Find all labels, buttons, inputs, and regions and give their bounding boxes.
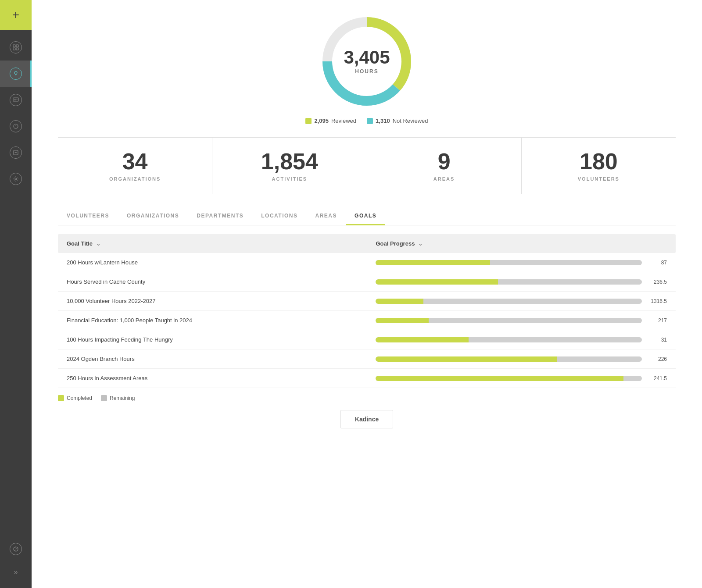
sidebar-item-messages[interactable]	[0, 87, 32, 113]
table-row: 100 Hours Impacting Feeding The Hungry31	[58, 330, 676, 349]
goal-title-cell: 2024 Ogden Branch Hours	[58, 349, 367, 368]
progress-bar-fill	[376, 318, 429, 323]
table-header: Goal Title ⌄ Goal Progress ⌄	[58, 234, 676, 253]
plus-icon: +	[12, 9, 19, 21]
progress-bar-background	[376, 356, 642, 362]
add-button[interactable]: +	[0, 0, 32, 30]
stat-item-areas: 9AREAS	[367, 138, 522, 194]
table-row: 10,000 Volunteer Hours 2022-20271316.5	[58, 292, 676, 311]
table-row: 250 Hours in Assessment Areas241.5	[58, 369, 676, 388]
svg-rect-2	[13, 48, 15, 50]
sidebar-expand-button[interactable]: »	[10, 563, 22, 581]
stat-item-activities: 1,854ACTIVITIES	[212, 138, 367, 194]
goal-progress-cell: 87	[367, 253, 676, 272]
sidebar-item-settings[interactable]	[0, 166, 32, 192]
svg-point-8	[15, 550, 16, 550]
sidebar-nav	[0, 30, 32, 538]
reviewed-dot	[305, 118, 312, 124]
goal-title-cell: Hours Served in Cache County	[58, 272, 367, 291]
progress-bar-fill	[376, 279, 498, 285]
reviewed-label: Reviewed	[331, 118, 356, 124]
goal-progress-cell: 236.5	[367, 273, 676, 291]
progress-value: 1316.5	[647, 298, 667, 304]
sidebar: +	[0, 0, 32, 588]
tab-areas[interactable]: AREAS	[307, 207, 346, 225]
goal-progress-cell: 1316.5	[367, 292, 676, 310]
sidebar-item-growth[interactable]	[0, 113, 32, 139]
table-section: Goal Title ⌄ Goal Progress ⌄ 200 Hours w…	[58, 234, 676, 401]
table-legend: Completed Remaining	[58, 395, 676, 401]
goal-title-cell: Financial Education: 1,000 People Taught…	[58, 311, 367, 330]
progress-bar-fill	[376, 376, 623, 381]
sidebar-item-reports[interactable]	[0, 139, 32, 166]
kadince-section: Kadince	[58, 410, 676, 428]
svg-point-6	[15, 178, 17, 180]
remaining-label: Remaining	[110, 395, 135, 401]
table-row: Financial Education: 1,000 People Taught…	[58, 311, 676, 330]
chart-legend: 2,095 Reviewed 1,310 Not Reviewed	[305, 118, 428, 124]
table-row: Hours Served in Cache County236.5	[58, 272, 676, 292]
goal-title-cell: 10,000 Volunteer Hours 2022-2027	[58, 292, 367, 310]
kadince-button[interactable]: Kadince	[340, 410, 393, 428]
progress-bar-fill	[376, 337, 469, 342]
reports-icon	[10, 146, 22, 159]
tab-locations[interactable]: LOCATIONS	[252, 207, 306, 225]
tab-departments[interactable]: DEPARTMENTS	[188, 207, 252, 225]
progress-value: 31	[647, 337, 667, 343]
progress-bar-background	[376, 376, 642, 381]
progress-sort-icon: ⌄	[418, 241, 423, 247]
progress-value: 87	[647, 260, 667, 266]
chart-section: 3,405 HOURS 2,095 Reviewed 1,310 Not Rev…	[58, 0, 676, 133]
progress-bar-background	[376, 337, 642, 342]
goal-progress-cell: 226	[367, 350, 676, 368]
legend-completed: Completed	[58, 395, 92, 401]
legend-reviewed: 2,095 Reviewed	[305, 118, 356, 124]
table-body: 200 Hours w/Lantern House87Hours Served …	[58, 253, 676, 388]
goal-title-cell: 250 Hours in Assessment Areas	[58, 369, 367, 388]
goal-title-cell: 100 Hours Impacting Feeding The Hungry	[58, 330, 367, 349]
goal-title-cell: 200 Hours w/Lantern House	[58, 253, 367, 272]
legend-not-reviewed: 1,310 Not Reviewed	[367, 118, 428, 124]
donut-center: 3,405 HOURS	[344, 48, 390, 75]
svg-rect-0	[13, 45, 15, 47]
stat-item-organizations: 34ORGANIZATIONS	[58, 138, 212, 194]
goal-progress-cell: 241.5	[367, 369, 676, 388]
tab-volunteers[interactable]: VOLUNTEERS	[58, 207, 118, 225]
progress-bar-background	[376, 318, 642, 323]
not-reviewed-count: 1,310	[376, 118, 390, 124]
table-row: 2024 Ogden Branch Hours226	[58, 349, 676, 369]
progress-bar-fill	[376, 299, 423, 304]
remaining-dot	[101, 395, 107, 401]
tab-organizations[interactable]: ORGANIZATIONS	[118, 207, 188, 225]
svg-rect-4	[13, 98, 18, 101]
completed-dot	[58, 395, 64, 401]
not-reviewed-label: Not Reviewed	[393, 118, 428, 124]
donut-chart: 3,405 HOURS	[319, 13, 415, 110]
progress-bar-background	[376, 279, 642, 285]
sidebar-item-help[interactable]	[10, 538, 22, 560]
progress-value: 236.5	[647, 279, 667, 285]
column-header-title[interactable]: Goal Title ⌄	[58, 234, 367, 253]
completed-label: Completed	[67, 395, 92, 401]
donut-unit: HOURS	[344, 68, 390, 75]
sidebar-item-volunteer[interactable]	[0, 61, 32, 87]
table-row: 200 Hours w/Lantern House87	[58, 253, 676, 272]
not-reviewed-dot	[367, 118, 373, 124]
title-sort-icon: ⌄	[96, 241, 100, 247]
progress-bar-background	[376, 299, 642, 304]
gear-icon	[10, 173, 22, 185]
progress-bar-background	[376, 260, 642, 265]
progress-value: 217	[647, 317, 667, 324]
progress-value: 226	[647, 356, 667, 362]
column-header-progress[interactable]: Goal Progress ⌄	[367, 234, 676, 253]
tabs: VOLUNTEERSORGANIZATIONSDEPARTMENTSLOCATI…	[58, 207, 676, 225]
goal-progress-cell: 217	[367, 311, 676, 330]
progress-value: 241.5	[647, 375, 667, 381]
svg-rect-3	[16, 48, 18, 50]
tab-goals[interactable]: GOALS	[346, 207, 385, 225]
sidebar-item-dashboard[interactable]	[0, 34, 32, 61]
progress-bar-fill	[376, 356, 557, 362]
dashboard-icon	[10, 41, 22, 53]
tabs-section: VOLUNTEERSORGANIZATIONSDEPARTMENTSLOCATI…	[58, 207, 676, 225]
help-icon	[10, 543, 22, 555]
